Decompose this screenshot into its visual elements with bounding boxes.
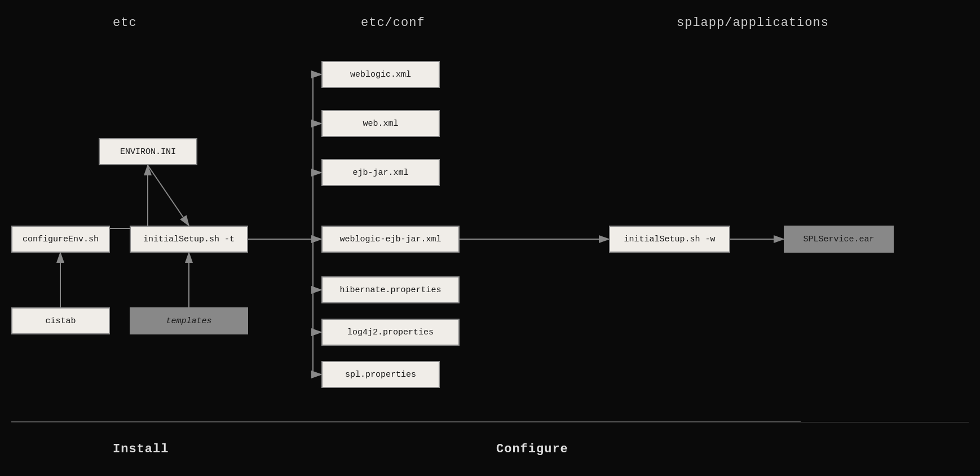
node-cistab: cistab bbox=[11, 307, 110, 334]
diagram: etc etc/conf splapp/applications bbox=[0, 0, 980, 476]
label-configure: Configure bbox=[496, 442, 568, 456]
node-initial-setup-t: initialSetup.sh -t bbox=[130, 226, 248, 253]
node-configure-env: configureEnv.sh bbox=[11, 226, 110, 253]
header-splapp: splapp/applications bbox=[677, 16, 829, 30]
node-environ-ini: ENVIRON.INI bbox=[99, 138, 197, 165]
svg-line-3 bbox=[148, 165, 189, 226]
node-weblogic-xml: weblogic.xml bbox=[321, 61, 440, 88]
header-etc: etc bbox=[113, 16, 137, 30]
node-weblogic-ejb-jar: weblogic-ejb-jar.xml bbox=[321, 226, 460, 253]
label-install: Install bbox=[113, 442, 169, 456]
header-etc-conf: etc/conf bbox=[361, 16, 425, 30]
node-templates: templates bbox=[130, 307, 248, 334]
node-log4j2-props: log4j2.properties bbox=[321, 319, 460, 346]
install-bracket bbox=[11, 421, 304, 422]
node-spl-props: spl.properties bbox=[321, 361, 440, 388]
node-hibernate-props: hibernate.properties bbox=[321, 276, 460, 303]
node-web-xml: web.xml bbox=[321, 110, 440, 137]
configure-bracket bbox=[304, 421, 801, 422]
node-ejb-jar-xml: ejb-jar.xml bbox=[321, 159, 440, 186]
node-spl-service: SPLService.ear bbox=[784, 226, 894, 253]
node-initial-setup-w: initialSetup.sh -w bbox=[609, 226, 730, 253]
